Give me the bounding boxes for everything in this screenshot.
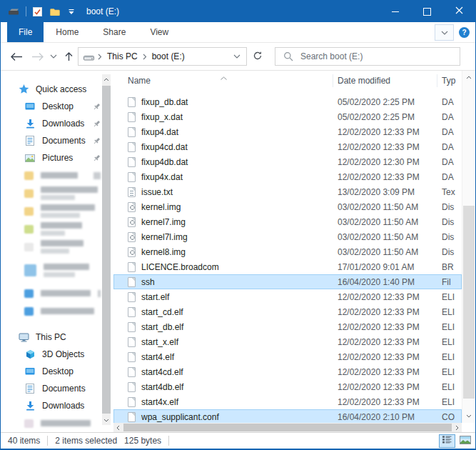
help-button[interactable]: ? — [459, 27, 470, 38]
sidebar-item[interactable]: Desktop — [1, 363, 113, 380]
table-row[interactable]: ssh 16/04/2020 1:40 PM Fil — [113, 274, 462, 289]
breadcrumb[interactable]: This PC boot (E:) — [78, 47, 247, 66]
pin-icon[interactable] — [93, 154, 101, 162]
table-row[interactable]: fixup4x.dat 12/02/2020 12:33 PM DA — [113, 169, 462, 184]
redacted-sidebar-item[interactable] — [1, 414, 113, 432]
sidebar-scrollbar-thumb[interactable] — [102, 86, 111, 414]
tab-share[interactable]: Share — [91, 22, 138, 42]
redacted-sidebar-item[interactable] — [1, 166, 113, 184]
table-row[interactable]: start4x.elf 12/02/2020 12:33 PM ELI — [113, 394, 462, 409]
breadcrumb-segment-drive[interactable]: boot (E:) — [149, 51, 188, 61]
search-input[interactable] — [299, 51, 460, 62]
table-row[interactable]: fixup_x.dat 05/02/2020 2:25 PM DA — [113, 109, 462, 124]
table-row[interactable]: start4.elf 12/02/2020 12:33 PM ELI — [113, 349, 462, 364]
details-view-button[interactable] — [439, 434, 455, 448]
chevron-right-icon[interactable] — [143, 54, 147, 60]
up-button[interactable] — [64, 51, 74, 61]
table-row[interactable]: wpa_supplicant.conf 16/04/2020 2:10 PM C… — [113, 409, 462, 423]
table-row[interactable]: fixup4db.dat 12/02/2020 12:30 PM DA — [113, 154, 462, 169]
minimize-button[interactable] — [379, 1, 411, 22]
file-type: ELI — [437, 322, 462, 332]
pin-icon[interactable] — [93, 103, 101, 111]
scroll-right-icon[interactable] — [452, 423, 462, 432]
scroll-down-icon[interactable] — [462, 411, 475, 421]
redacted-sidebar-item[interactable] — [1, 202, 113, 220]
expand-ribbon-button[interactable] — [435, 24, 454, 41]
statusbar-separator — [168, 436, 169, 446]
chevron-right-icon[interactable] — [98, 54, 102, 60]
scroll-up-icon[interactable] — [462, 72, 475, 83]
sidebar-item-this-pc[interactable]: This PC — [1, 329, 113, 346]
file-name: fixup4cd.dat — [141, 142, 188, 152]
redacted-sidebar-item[interactable] — [1, 184, 113, 202]
this-pc-icon — [18, 333, 29, 342]
pin-icon[interactable] — [93, 120, 101, 128]
table-row[interactable]: start4db.elf 12/02/2020 12:33 PM ELI — [113, 379, 462, 394]
sidebar-item[interactable]: Downloads — [1, 115, 113, 132]
file-date-modified: 12/02/2020 12:33 PM — [333, 142, 437, 152]
pin-icon[interactable] — [93, 137, 101, 145]
sidebar-item[interactable]: Pictures — [1, 149, 113, 166]
sort-ascending-icon[interactable] — [221, 72, 227, 82]
table-row[interactable]: kernel7l.img 03/02/2020 11:50 AM Dis — [113, 229, 462, 244]
breadcrumb-segment-this-pc[interactable]: This PC — [104, 51, 141, 61]
thumbnail-view-button[interactable] — [457, 434, 473, 448]
refresh-button[interactable] — [247, 48, 268, 65]
scroll-left-icon[interactable] — [113, 423, 123, 432]
table-row[interactable]: issue.txt 13/02/2020 3:09 PM Tex — [113, 184, 462, 199]
file-list-pane: Name Date modified Typ fixup_db.dat 05/0… — [113, 71, 475, 432]
scroll-up-icon[interactable] — [102, 74, 111, 84]
table-row[interactable]: start_cd.elf 12/02/2020 12:33 PM ELI — [113, 304, 462, 319]
redacted-sidebar-item[interactable] — [1, 302, 113, 320]
titlebar[interactable]: boot (E:) — [1, 1, 475, 22]
column-header-type[interactable]: Typ — [437, 74, 462, 87]
horizontal-scrollbar-thumb[interactable] — [123, 424, 452, 431]
back-button[interactable] — [10, 52, 23, 61]
close-button[interactable] — [443, 1, 475, 22]
sidebar-item[interactable]: Desktop — [1, 98, 113, 115]
tab-view[interactable]: View — [138, 22, 181, 42]
table-row[interactable]: start.elf 12/02/2020 12:33 PM ELI — [113, 289, 462, 304]
tab-file[interactable]: File — [7, 22, 44, 42]
redacted-sidebar-item[interactable] — [1, 220, 113, 238]
qat-dropdown-icon[interactable] — [68, 9, 75, 15]
table-row[interactable]: fixup4.dat 12/02/2020 12:33 PM DA — [113, 124, 462, 139]
table-row[interactable]: kernel8.img 03/02/2020 11:50 AM Dis — [113, 244, 462, 259]
table-row[interactable]: fixup_db.dat 05/02/2020 2:25 PM DA — [113, 94, 462, 109]
column-header-date-modified[interactable]: Date modified — [333, 74, 437, 87]
table-row[interactable]: LICENCE.broadcom 17/01/2020 9:01 AM BR — [113, 259, 462, 274]
vertical-scrollbar[interactable] — [462, 71, 475, 423]
sidebar-item-quick-access[interactable]: Quick access — [1, 81, 113, 98]
table-row[interactable]: kernel.img 03/02/2020 11:50 AM Dis — [113, 199, 462, 214]
file-blank-icon — [128, 382, 136, 392]
file-date-modified: 05/02/2020 2:25 PM — [333, 112, 437, 122]
folder-icon[interactable] — [50, 8, 60, 16]
desktop-icon — [24, 367, 36, 376]
sidebar-item[interactable]: Downloads — [1, 397, 113, 414]
file-type: ELI — [437, 382, 462, 392]
table-row[interactable]: start_db.elf 12/02/2020 12:33 PM ELI — [113, 319, 462, 334]
table-row[interactable]: kernel7.img 03/02/2020 11:50 AM Dis — [113, 214, 462, 229]
address-dropdown-icon[interactable] — [233, 54, 246, 59]
table-row[interactable]: fixup4cd.dat 12/02/2020 12:33 PM DA — [113, 139, 462, 154]
history-dropdown-icon[interactable] — [50, 54, 57, 59]
sidebar-scrollbar[interactable] — [102, 74, 111, 425]
redacted-sidebar-item[interactable] — [1, 238, 113, 256]
tab-home[interactable]: Home — [44, 22, 91, 42]
maximize-button[interactable] — [411, 1, 443, 22]
scroll-down-icon[interactable] — [102, 415, 111, 425]
vertical-scrollbar-thumb[interactable] — [463, 206, 475, 399]
table-row[interactable]: start4cd.elf 12/02/2020 12:33 PM ELI — [113, 364, 462, 379]
redacted-item-text — [44, 264, 89, 270]
checkbox-icon[interactable] — [33, 7, 42, 16]
table-row[interactable]: start_x.elf 12/02/2020 12:33 PM ELI — [113, 334, 462, 349]
sidebar-item[interactable]: Documents — [1, 380, 113, 397]
file-blank-icon — [128, 262, 136, 272]
horizontal-scrollbar[interactable] — [113, 423, 462, 432]
redacted-sidebar-item[interactable] — [1, 284, 113, 302]
redacted-sidebar-item[interactable] — [1, 256, 113, 284]
sidebar-item[interactable]: 3D Objects — [1, 346, 113, 363]
file-type: Dis — [437, 202, 462, 212]
forward-button[interactable] — [31, 52, 44, 61]
sidebar-item[interactable]: Documents — [1, 132, 113, 149]
